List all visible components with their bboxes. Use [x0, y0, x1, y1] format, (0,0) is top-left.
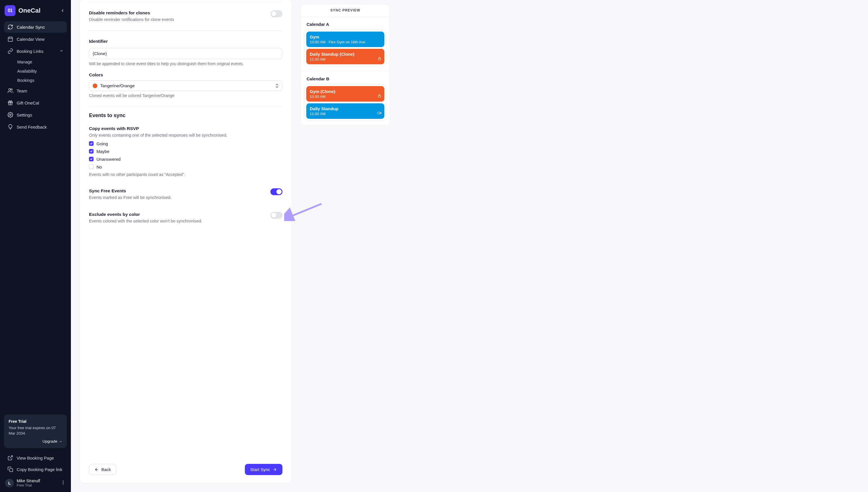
row-desc: Events colored with the selected color w… [89, 218, 202, 224]
colors-label: Colors [89, 72, 282, 77]
event-title: Gym (Clone) [310, 89, 381, 94]
rsvp-option-no[interactable]: No [89, 165, 282, 169]
check-label: Maybe [96, 149, 109, 154]
event-subtitle: 11:00 AM [310, 112, 381, 116]
colors-select[interactable]: Tangerine/Orange [89, 80, 282, 91]
calendar-icon [7, 36, 13, 42]
preview-event: Gym (Clone) 10:00 AM [306, 86, 385, 102]
trial-body: Your free trial expires on 07 Mar 2034. [8, 425, 62, 436]
identifier-input[interactable] [89, 48, 282, 59]
team-icon [7, 88, 13, 94]
svg-line-10 [10, 456, 13, 459]
exclude-color-toggle[interactable] [270, 212, 282, 219]
chevron-down-icon [59, 49, 64, 54]
row-desc: Events marked as Free will be synchronis… [89, 195, 172, 200]
footer-link-label: Copy Booking Page link [17, 467, 62, 472]
preview-event: Daily Standup 11:00 AM [306, 103, 385, 119]
view-booking-page-link[interactable]: View Booking Page [0, 452, 71, 464]
sync-icon [7, 24, 13, 30]
svg-point-12 [63, 481, 64, 482]
svg-point-5 [11, 89, 13, 90]
svg-rect-0 [8, 37, 13, 41]
sidebar-item-team[interactable]: Team [4, 85, 67, 96]
checkbox-icon [89, 149, 94, 153]
disable-reminders-toggle[interactable] [270, 10, 282, 17]
primary-nav: Calendar Sync Calendar View Booking Link… [0, 21, 71, 133]
copy-booking-page-link[interactable]: Copy Booking Page link [0, 464, 71, 475]
user-menu-button[interactable] [60, 480, 66, 486]
sidebar-item-label: Calendar View [17, 37, 45, 42]
sidebar-sub-manage[interactable]: Manage [4, 57, 67, 67]
rsvp-desc: Only events containing one of the select… [89, 132, 282, 138]
sidebar-item-booking-links[interactable]: Booking Links [4, 45, 67, 57]
collapse-sidebar-button[interactable] [59, 7, 66, 14]
preview-header: SYNC PREVIEW [301, 4, 390, 17]
video-icon [377, 111, 381, 116]
avatar: L [5, 479, 14, 487]
main-content: Disable reminders for clones Disable rem… [71, 0, 868, 492]
upgrade-link[interactable]: Upgrade → [8, 439, 62, 443]
exclude-color-row: Exclude events by color Events colored w… [89, 206, 282, 230]
sidebar-item-calendar-view[interactable]: Calendar View [4, 33, 67, 45]
chevron-left-icon [60, 8, 65, 13]
user-name: Mike Stranulf [17, 478, 40, 484]
sidebar-header: 01 OneCal [0, 3, 71, 21]
event-subtitle: 10:00 AM [310, 94, 381, 99]
sidebar-item-gift[interactable]: Gift OneCal [4, 97, 67, 108]
colors-value: Tangerine/Orange [100, 83, 134, 88]
sidebar-item-label: Calendar Sync [17, 25, 45, 29]
lightbulb-icon [7, 124, 13, 130]
start-sync-button[interactable]: Start Sync [245, 464, 282, 475]
sidebar-item-label: Team [17, 89, 27, 93]
rsvp-title: Copy events with RSVP [89, 126, 282, 131]
row-title: Sync Free Events [89, 188, 172, 194]
back-button[interactable]: Back [89, 464, 116, 475]
sidebar-sub-availability[interactable]: Availability [4, 67, 67, 76]
preview-panel: SYNC PREVIEW Calendar A Gym 10:00 AM · F… [300, 0, 390, 484]
trial-card: Free Trial Your free trial expires on 07… [4, 415, 67, 448]
sidebar-item-label: Booking Links [17, 49, 43, 54]
svg-point-9 [10, 114, 11, 116]
external-link-icon [7, 455, 13, 461]
sidebar: 01 OneCal Calendar Sync Calendar View Bo… [0, 0, 71, 492]
rsvp-option-unanswered[interactable]: Unanswered [89, 157, 282, 162]
identifier-row: Identifier Will be appended to clone eve… [89, 31, 282, 106]
sidebar-sub-bookings[interactable]: Bookings [4, 76, 67, 85]
preview-event: Daily Standup (Clone) 11:00 AM [306, 49, 385, 64]
copy-icon [7, 466, 13, 472]
calendar-b-label: Calendar B [304, 75, 386, 84]
sidebar-item-label: Send Feedback [17, 125, 47, 129]
checkbox-icon [89, 141, 94, 146]
check-label: No [96, 165, 102, 169]
footer-link-label: View Booking Page [17, 456, 54, 461]
check-label: Unanswered [96, 157, 121, 162]
sidebar-item-feedback[interactable]: Send Feedback [4, 121, 67, 132]
user-plan: Free Trial [17, 484, 40, 487]
svg-point-13 [63, 482, 64, 483]
rsvp-option-going[interactable]: Going [89, 141, 282, 146]
calendar-b-events: Gym (Clone) 10:00 AM Daily Standup 11:00… [304, 84, 386, 121]
svg-point-4 [8, 89, 10, 91]
sync-free-toggle[interactable] [270, 188, 282, 195]
row-title: Exclude events by color [89, 212, 202, 217]
identifier-help: Will be appended to clone event titles t… [89, 62, 282, 66]
check-label: Going [96, 141, 108, 146]
rsvp-note: Events with no other participants count … [89, 172, 282, 177]
row-title: Disable reminders for clones [89, 10, 174, 16]
svg-rect-11 [10, 469, 13, 472]
card-footer: Back Start Sync [89, 457, 282, 475]
calendar-a-block: Calendar A Gym 10:00 AM · Flex Gym on 16… [301, 17, 390, 71]
event-title: Gym [310, 34, 381, 39]
preview-card: SYNC PREVIEW Calendar A Gym 10:00 AM · F… [300, 4, 390, 126]
select-chevrons-icon [275, 83, 279, 88]
checkbox-icon [89, 157, 94, 161]
preview-event: Gym 10:00 AM · Flex Gym on 16th Ave [306, 31, 385, 47]
arrow-right-icon [272, 467, 277, 472]
sidebar-item-settings[interactable]: Settings [4, 109, 67, 121]
rsvp-option-maybe[interactable]: Maybe [89, 149, 282, 154]
link-icon [7, 48, 13, 54]
calendar-a-label: Calendar A [304, 20, 386, 29]
sidebar-item-calendar-sync[interactable]: Calendar Sync [4, 21, 67, 33]
svg-rect-19 [378, 112, 380, 114]
colors-help: Cloned events will be colored Tangerine/… [89, 93, 282, 98]
